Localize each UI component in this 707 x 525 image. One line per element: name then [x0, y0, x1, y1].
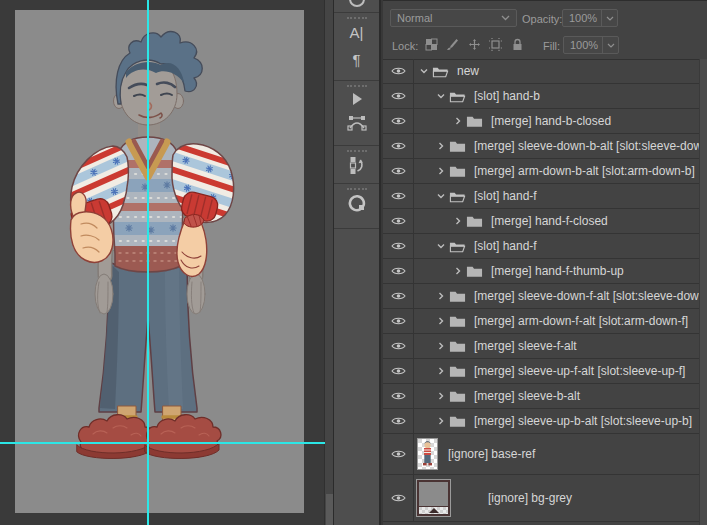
folder-icon	[466, 215, 491, 228]
visibility-eye-icon[interactable]	[383, 259, 414, 283]
visibility-eye-icon[interactable]	[383, 434, 414, 474]
visibility-eye-icon[interactable]	[383, 134, 414, 158]
folder-icon	[432, 65, 457, 78]
layers-panel-scrollbar[interactable]	[699, 59, 707, 525]
artboard[interactable]	[15, 10, 304, 513]
layer-row-content: [merge] sleeve-up-f-alt [slot:sleeve-up-…	[414, 364, 700, 378]
expand-collapse-chevron-icon[interactable]	[453, 216, 466, 226]
paragraph-panel-icon[interactable]: ¶	[352, 52, 360, 68]
dock-divider	[334, 80, 379, 81]
circular-node-panel-icon[interactable]	[348, 194, 366, 216]
expand-collapse-chevron-icon[interactable]	[436, 141, 449, 151]
visibility-eye-icon[interactable]	[383, 84, 414, 108]
chevron-down-icon[interactable]	[602, 37, 618, 53]
history-panel-icon[interactable]	[348, 156, 365, 178]
visibility-eye-icon[interactable]	[383, 334, 414, 358]
layer-row[interactable]: [merge] sleeve-up-f-alt [slot:sleeve-up-…	[383, 359, 700, 384]
dock-divider	[334, 183, 379, 184]
folder-icon	[449, 415, 474, 428]
lock-position-move-icon[interactable]	[468, 38, 481, 51]
layer-row-content: [merge] arm-down-b-alt [slot:arm-down-b]	[414, 164, 700, 178]
expand-collapse-chevron-icon[interactable]	[436, 241, 449, 251]
guide-horizontal[interactable]	[0, 442, 325, 444]
canvas-area[interactable]	[0, 0, 333, 525]
expand-collapse-chevron-icon[interactable]	[436, 391, 449, 401]
lock-artboard-icon[interactable]	[489, 38, 502, 51]
lock-pixels-brush-icon[interactable]	[446, 38, 459, 51]
expand-collapse-chevron-icon[interactable]	[419, 66, 432, 76]
partial-panel-icon[interactable]	[348, 0, 366, 12]
chevron-down-icon[interactable]	[601, 10, 617, 26]
layer-row[interactable]: [merge] sleeve-f-alt	[383, 334, 700, 359]
folder-icon	[449, 190, 474, 203]
layer-row[interactable]: [slot] hand-f	[383, 184, 700, 209]
layer-name: [slot] hand-f	[474, 239, 537, 253]
dock-grip-handle[interactable]	[347, 188, 367, 190]
layer-row[interactable]: [merge] sleeve-b-alt	[383, 384, 700, 409]
visibility-eye-icon[interactable]	[383, 184, 414, 208]
blend-mode-select[interactable]: Normal	[390, 9, 517, 27]
layer-row[interactable]: [slot] hand-f	[383, 234, 700, 259]
expand-collapse-chevron-icon[interactable]	[436, 316, 449, 326]
layer-row[interactable]: [merge] hand-f-closed	[383, 209, 700, 234]
visibility-eye-icon[interactable]	[383, 109, 414, 133]
dock-grip-handle[interactable]	[347, 17, 367, 19]
layer-row-content: new	[414, 64, 700, 78]
visibility-eye-icon[interactable]	[383, 359, 414, 383]
layer-row[interactable]: [slot] hand-b	[383, 84, 700, 109]
layer-name: [merge] sleeve-down-b-alt [slot:sleeve-d…	[474, 139, 707, 153]
panel-dock: A| ¶	[333, 0, 381, 525]
folder-icon	[449, 340, 474, 353]
lock-all-icon[interactable]	[511, 38, 524, 51]
layer-row[interactable]: [ignore] base-ref	[383, 434, 700, 475]
layer-row[interactable]: [merge] sleeve-down-f-alt [slot:sleeve-d…	[383, 284, 700, 309]
visibility-eye-icon[interactable]	[383, 209, 414, 233]
layer-name: [merge] sleeve-up-b-alt [slot:sleeve-up-…	[474, 414, 692, 428]
fill-input[interactable]: 100%	[563, 36, 619, 54]
layer-row[interactable]: [ignore] bg-grey	[383, 475, 700, 522]
opacity-input[interactable]: 100%	[562, 9, 618, 27]
visibility-eye-icon[interactable]	[383, 475, 414, 521]
folder-icon	[449, 315, 474, 328]
dock-grip-handle[interactable]	[347, 150, 367, 152]
character-panel-icon[interactable]: A|	[350, 25, 364, 41]
lock-transparency-icon[interactable]	[425, 38, 438, 51]
layer-row[interactable]: new	[383, 59, 700, 84]
expand-collapse-chevron-icon[interactable]	[436, 91, 449, 101]
photoshop-workspace: A| ¶	[0, 0, 707, 525]
layer-thumbnail[interactable]	[417, 480, 450, 516]
expand-collapse-chevron-icon[interactable]	[453, 266, 466, 276]
layer-row[interactable]: [merge] arm-down-f-alt [slot:arm-down-f]	[383, 309, 700, 334]
layer-row[interactable]: [merge] hand-b-closed	[383, 109, 700, 134]
fill-value: 100%	[564, 39, 602, 51]
expand-collapse-chevron-icon[interactable]	[436, 416, 449, 426]
layer-row[interactable]: [merge] sleeve-up-b-alt [slot:sleeve-up-…	[383, 409, 700, 434]
actions-panel-icon[interactable]	[350, 92, 364, 110]
layer-name: [merge] hand-f-thumb-up	[491, 264, 624, 278]
layer-row[interactable]: [merge] hand-f-thumb-up	[383, 259, 700, 284]
expand-collapse-chevron-icon[interactable]	[436, 166, 449, 176]
visibility-eye-icon[interactable]	[383, 409, 414, 433]
expand-collapse-chevron-icon[interactable]	[436, 366, 449, 376]
visibility-eye-icon[interactable]	[383, 59, 414, 83]
expand-collapse-chevron-icon[interactable]	[436, 341, 449, 351]
paths-panel-icon[interactable]	[347, 115, 367, 135]
expand-collapse-chevron-icon[interactable]	[453, 116, 466, 126]
layer-name: [merge] sleeve-f-alt	[474, 339, 577, 353]
visibility-eye-icon[interactable]	[383, 159, 414, 183]
visibility-eye-icon[interactable]	[383, 234, 414, 258]
visibility-eye-icon[interactable]	[383, 384, 414, 408]
layer-row[interactable]: [merge] sleeve-down-b-alt [slot:sleeve-d…	[383, 134, 700, 159]
folder-icon	[449, 290, 474, 303]
visibility-eye-icon[interactable]	[383, 284, 414, 308]
folder-icon	[449, 390, 474, 403]
layer-row[interactable]: [merge] arm-down-b-alt [slot:arm-down-b]	[383, 159, 700, 184]
layer-thumbnail[interactable]	[417, 438, 438, 470]
dock-grip-handle[interactable]	[347, 85, 367, 87]
layer-name: [merge] sleeve-b-alt	[474, 389, 580, 403]
guide-vertical[interactable]	[147, 0, 149, 525]
visibility-eye-icon[interactable]	[383, 309, 414, 333]
expand-collapse-chevron-icon[interactable]	[436, 291, 449, 301]
opacity-value: 100%	[563, 12, 601, 24]
expand-collapse-chevron-icon[interactable]	[436, 191, 449, 201]
